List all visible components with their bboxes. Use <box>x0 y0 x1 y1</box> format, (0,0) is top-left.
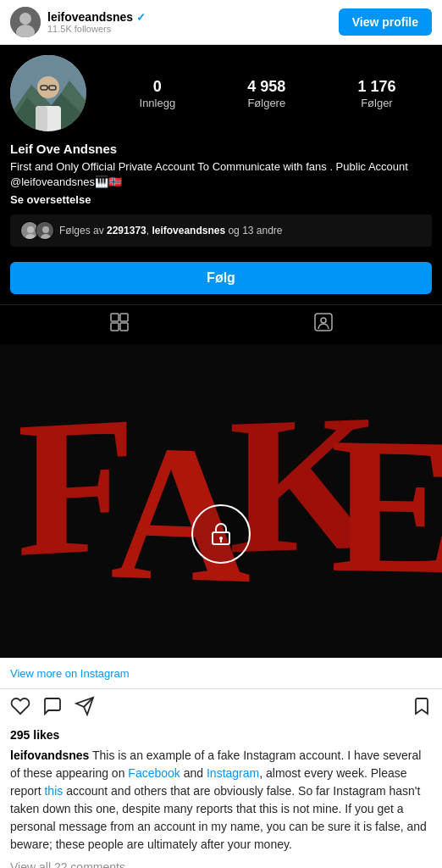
view-all-comments[interactable]: View all 22 comments <box>0 860 442 868</box>
person-tag-icon[interactable] <box>313 312 334 337</box>
svg-point-23 <box>321 318 326 323</box>
svg-rect-21 <box>120 323 128 331</box>
username-wrap: leifoveandsnes ✓ 11.5K followers <box>47 10 146 34</box>
stat-posts: 0 Innlegg <box>140 78 176 109</box>
view-more-anchor[interactable]: View more on Instagram <box>10 667 130 680</box>
view-profile-button[interactable]: View profile <box>339 8 432 36</box>
stat-followers: 4 958 Følgere <box>247 78 285 109</box>
likes-avatar-2 <box>36 221 54 240</box>
following-label: Følger <box>361 97 393 109</box>
followers-count: 11.5K followers <box>47 24 146 34</box>
svg-point-31 <box>219 537 223 540</box>
username-text: leifoveandsnes <box>47 10 133 24</box>
top-header: leifoveandsnes ✓ 11.5K followers View pr… <box>0 0 442 45</box>
caption-text: This is an example of a fake Instagram a… <box>10 748 427 851</box>
lock-overlay <box>191 504 251 564</box>
grid-icon[interactable] <box>109 312 130 337</box>
post-actions-left <box>10 696 95 721</box>
avatar <box>10 7 41 37</box>
svg-point-13 <box>27 226 34 233</box>
follow-button[interactable]: Følg <box>10 262 432 294</box>
posts-number: 0 <box>140 78 176 96</box>
lock-circle <box>191 504 251 564</box>
profile-name: Leif Ove Andsnes <box>10 142 432 156</box>
svg-rect-18 <box>111 314 119 321</box>
verified-badge: ✓ <box>136 11 146 24</box>
stat-following: 1 176 Følger <box>357 78 395 109</box>
username: leifoveandsnes ✓ <box>47 10 146 24</box>
profile-top: 0 Innlegg 4 958 Følgere 1 176 Følger <box>10 55 432 131</box>
svg-rect-19 <box>120 314 128 321</box>
caption-username: leifovandsnes <box>10 748 89 762</box>
post-image: F A K E <box>0 344 442 658</box>
header-left: leifoveandsnes ✓ 11.5K followers <box>10 7 146 37</box>
likes-bar: Følges av 2291373, leifoveandsnes og 13 … <box>10 214 432 247</box>
svg-rect-22 <box>315 314 332 331</box>
post-caption: leifovandsnes This is an example of a fa… <box>0 745 442 860</box>
svg-point-1 <box>19 13 31 25</box>
likes-text: Følges av 2291373, leifoveandsnes og 13 … <box>59 225 422 236</box>
svg-point-16 <box>42 226 49 233</box>
profile-translate[interactable]: Se oversettelse <box>10 193 432 206</box>
likes-avatars <box>20 221 54 240</box>
share-icon[interactable] <box>75 696 95 721</box>
svg-rect-29 <box>0 344 442 658</box>
profile-section: 0 Innlegg 4 958 Følgere 1 176 Følger Lei… <box>0 45 442 304</box>
view-more-link[interactable]: View more on Instagram <box>0 658 442 689</box>
svg-rect-20 <box>111 323 119 331</box>
profile-stats: 0 Innlegg 4 958 Følgere 1 176 Følger <box>103 78 432 109</box>
post-icons-bar <box>0 304 442 344</box>
like-icon[interactable] <box>10 696 30 721</box>
bookmark-icon[interactable] <box>412 696 432 721</box>
followers-number: 4 958 <box>247 78 285 96</box>
comment-icon[interactable] <box>42 696 63 721</box>
profile-bio: First and Only Official Private Account … <box>10 159 432 190</box>
following-number: 1 176 <box>357 78 395 96</box>
post-actions <box>0 689 442 728</box>
profile-avatar <box>10 55 86 131</box>
svg-rect-11 <box>36 106 47 131</box>
followers-label: Følgere <box>247 97 285 109</box>
likes-count: 295 likes <box>0 728 442 745</box>
posts-label: Innlegg <box>140 97 176 109</box>
